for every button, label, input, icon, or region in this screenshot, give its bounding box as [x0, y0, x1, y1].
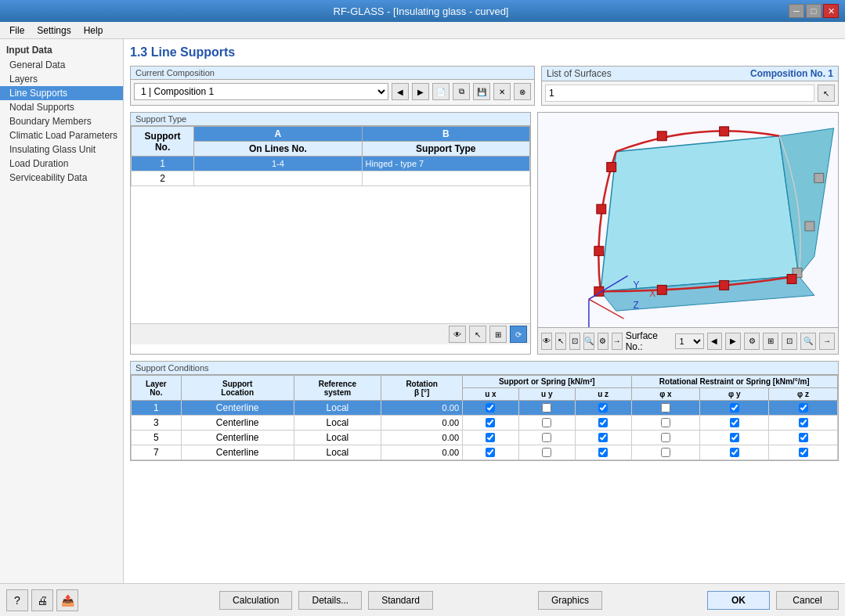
preview-settings-btn[interactable]: ⚙ [598, 333, 608, 350]
surface-arrow[interactable]: → [819, 333, 835, 350]
row4-phiz[interactable] [769, 445, 838, 460]
surfaces-input[interactable] [545, 85, 814, 102]
sidebar-item-general-data[interactable]: General Data [0, 58, 123, 72]
row4-location[interactable]: Centerline [181, 445, 294, 460]
sidebar-item-climatic-load[interactable]: Climatic Load Parameters [0, 128, 123, 142]
comp-save-btn[interactable]: 💾 [473, 83, 490, 100]
table-eye-btn[interactable]: 👁 [449, 326, 466, 343]
middle-section: Support Type SupportNo. A B On Lines No.… [130, 112, 839, 355]
sidebar-item-load-duration[interactable]: Load Duration [0, 157, 123, 171]
preview-arrow-btn[interactable]: → [612, 333, 623, 350]
row1-phiy[interactable] [700, 401, 769, 416]
conditions-row[interactable]: 1 Centerline Local [132, 401, 838, 416]
row2-rotation[interactable] [381, 416, 463, 430]
row1-ref[interactable]: Local [294, 401, 381, 416]
composition-select[interactable]: 1 | Composition 1 [134, 83, 388, 100]
row2-ref[interactable]: Local [294, 416, 381, 430]
sidebar-item-layers[interactable]: Layers [0, 72, 123, 86]
row3-ref[interactable]: Local [294, 430, 381, 445]
row4-rotation[interactable] [381, 445, 463, 460]
table-select-btn[interactable]: ↖ [469, 326, 486, 343]
row4-phix[interactable] [631, 445, 700, 460]
row4-phiy[interactable] [700, 445, 769, 460]
row1-lines[interactable] [194, 157, 362, 171]
row4-uz[interactable] [575, 445, 631, 460]
conditions-row[interactable]: 5 Centerline Local [132, 430, 838, 445]
surface-fit[interactable]: ⊡ [782, 333, 797, 350]
row3-rotation[interactable] [381, 430, 463, 445]
cancel-button[interactable]: Cancel [776, 591, 839, 610]
standard-button[interactable]: Standard [368, 591, 433, 610]
minimize-button[interactable]: ─ [789, 4, 804, 18]
close-button[interactable]: ✕ [823, 4, 839, 18]
menu-help[interactable]: Help [78, 23, 110, 38]
preview-eye-btn[interactable]: 👁 [541, 333, 552, 350]
comp-prev-btn[interactable]: ◀ [392, 83, 409, 100]
surface-nav-prev[interactable]: ◀ [707, 333, 723, 350]
row2-uz[interactable] [575, 416, 631, 430]
row1-rotation[interactable] [381, 401, 463, 416]
preview-select-btn[interactable]: ↖ [555, 333, 566, 350]
surface-settings[interactable]: ⚙ [744, 333, 760, 350]
comp-copy-btn[interactable]: ⧉ [453, 83, 470, 100]
row2-location[interactable]: Centerline [181, 416, 294, 430]
table-row[interactable]: 2 [132, 171, 530, 186]
row1-uy[interactable] [518, 401, 575, 416]
row1-uz[interactable] [575, 401, 631, 416]
row3-uz[interactable] [575, 430, 631, 445]
details-button[interactable]: Details... [298, 591, 362, 610]
surface-nav-next[interactable]: ▶ [725, 333, 741, 350]
row2-phiz[interactable] [769, 416, 838, 430]
row2-uy[interactable] [518, 416, 575, 430]
row2-phiy[interactable] [700, 416, 769, 430]
comp-new-btn[interactable]: 📄 [432, 83, 450, 100]
surfaces-select-btn[interactable]: ↖ [818, 85, 835, 102]
row3-phix[interactable] [631, 430, 700, 445]
row3-location[interactable]: Centerline [181, 430, 294, 445]
sidebar-item-nodal-supports[interactable]: Nodal Supports [0, 100, 123, 114]
row3-ux[interactable] [463, 430, 519, 445]
row1-type[interactable] [362, 157, 529, 171]
ok-button[interactable]: OK [707, 591, 770, 610]
calculation-button[interactable]: Calculation [219, 591, 292, 610]
sidebar-item-boundary-members[interactable]: Boundary Members [0, 114, 123, 128]
row2-ux[interactable] [463, 416, 519, 430]
row2-type[interactable] [362, 171, 529, 186]
sidebar-item-serviceability[interactable]: Serviceability Data [0, 171, 123, 185]
help-btn[interactable]: ? [6, 589, 28, 611]
export-btn[interactable]: 📤 [56, 589, 78, 611]
table-sync-btn[interactable]: ⟳ [510, 326, 527, 343]
row3-phiz[interactable] [769, 430, 838, 445]
row1-ux[interactable] [463, 401, 519, 416]
graphics-button[interactable]: Graphics [538, 591, 602, 610]
row1-location[interactable]: Centerline [181, 401, 294, 416]
table-zoom-btn[interactable]: ⊞ [489, 326, 507, 343]
conditions-row[interactable]: 7 Centerline Local [132, 445, 838, 460]
col-support-no-header: SupportNo. [132, 127, 194, 157]
row1-phiz[interactable] [769, 401, 838, 416]
preview-magnify-btn[interactable]: 🔍 [583, 333, 594, 350]
menu-file[interactable]: File [3, 23, 31, 38]
surface-zoom[interactable]: ⊞ [763, 333, 778, 350]
print-btn[interactable]: 🖨 [31, 589, 53, 611]
row2-lines[interactable] [194, 171, 362, 186]
row2-phix[interactable] [631, 416, 700, 430]
table-row[interactable]: 1 [132, 157, 530, 171]
surface-no-select[interactable]: 1 [675, 333, 703, 349]
row1-phix[interactable] [631, 401, 700, 416]
comp-delete-btn[interactable]: ✕ [493, 83, 511, 100]
row4-ref[interactable]: Local [294, 445, 381, 460]
surface-magnify[interactable]: 🔍 [800, 333, 816, 350]
maximize-button[interactable]: □ [806, 4, 822, 18]
sidebar-item-line-supports[interactable]: Line Supports [0, 86, 123, 100]
menu-settings[interactable]: Settings [31, 23, 77, 38]
conditions-row[interactable]: 3 Centerline Local [132, 416, 838, 430]
preview-fit-btn[interactable]: ⊡ [569, 333, 580, 350]
comp-next-btn[interactable]: ▶ [412, 83, 429, 100]
row4-ux[interactable] [463, 445, 519, 460]
row3-phiy[interactable] [700, 430, 769, 445]
comp-delete-all-btn[interactable]: ⊗ [514, 83, 531, 100]
sidebar-item-insulating-glass[interactable]: Insulating Glass Unit [0, 142, 123, 157]
row3-uy[interactable] [518, 430, 575, 445]
row4-uy[interactable] [518, 445, 575, 460]
